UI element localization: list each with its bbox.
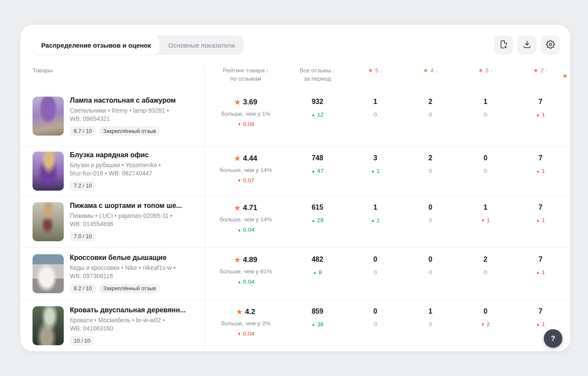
column-header-star-4[interactable]: 4↓ bbox=[403, 66, 458, 83]
star-icon bbox=[533, 67, 539, 74]
star-icon bbox=[423, 67, 428, 74]
star-icon bbox=[235, 256, 240, 263]
help-button[interactable]: ? bbox=[544, 329, 562, 348]
sort-desc-icon: ↓ bbox=[333, 67, 336, 74]
product-title: Пижама с шортами и топом ше... bbox=[70, 202, 182, 210]
top-bar: Распределение отзывов и оценок Основные … bbox=[33, 36, 560, 55]
badges: 7.2 / 10 bbox=[70, 181, 161, 191]
reviews-delta: ▲29 bbox=[311, 217, 323, 224]
analytics-card: Распределение отзывов и оценок Основные … bbox=[20, 25, 570, 351]
column-header-star-2[interactable]: 2↓ bbox=[513, 66, 568, 83]
star2-cell: 7 ▲1 bbox=[513, 86, 568, 146]
product-image bbox=[33, 97, 64, 136]
file-add-button[interactable] bbox=[494, 36, 513, 55]
settings-gear-icon bbox=[546, 40, 555, 50]
rating-compare: больше, чем у 14% bbox=[220, 167, 272, 173]
product-cell: Блузка нарядная офис Блузки и рубашки • … bbox=[20, 146, 205, 195]
reviews-cell: 932 ▲12 bbox=[287, 86, 348, 146]
table-row[interactable]: Пижама с шортами и топом ше... Пижамы • … bbox=[20, 196, 570, 248]
star-icon bbox=[478, 67, 483, 74]
reviews-total: 859 bbox=[312, 308, 323, 315]
sort-desc-icon: ↓ bbox=[490, 67, 493, 74]
score-badge: 8.2 / 10 bbox=[70, 284, 96, 293]
sort-desc-icon: ↓ bbox=[435, 67, 438, 74]
star3-cell: 2 0 bbox=[458, 248, 513, 299]
download-button[interactable] bbox=[517, 36, 536, 55]
sort-asc-icon: ↑ bbox=[266, 67, 269, 74]
star-icon bbox=[235, 98, 240, 106]
product-cell: Лампа настольная с абажуром Светильники … bbox=[20, 86, 205, 146]
product-title: Блузка нарядная офис bbox=[70, 151, 161, 159]
rating-delta: ▼0.04 bbox=[237, 331, 254, 337]
rating-cell: 4.71 больше, чем у 14% ▲0.04 bbox=[205, 196, 287, 247]
file-add-icon bbox=[499, 40, 508, 50]
star3-cell: 1 0 bbox=[458, 86, 513, 146]
rating-delta: ▲0.04 bbox=[237, 227, 254, 233]
rating-cell: 4.44 больше, чем у 14% ▼0.07 bbox=[205, 146, 287, 195]
reviews-cell: 615 ▲29 bbox=[287, 196, 348, 247]
score-badge: 7.0 / 10 bbox=[70, 232, 96, 241]
column-header-rating[interactable]: Рейтинг товара↑ по отзывам bbox=[205, 66, 287, 83]
reviews-total: 482 bbox=[312, 256, 323, 263]
product-cell: Кроссовки белые дышащие Кеды и кроссовки… bbox=[20, 248, 205, 299]
product-meta: Пижамы • LUCI • pajamas-02065-11 •WB: 01… bbox=[70, 212, 182, 228]
tab-main-indicators[interactable]: Основные показатели bbox=[160, 36, 243, 55]
column-header-star-3[interactable]: 3↓ bbox=[458, 66, 513, 83]
rating-cell: 4.89 больше, чем у 61% ▲0.04 bbox=[205, 248, 287, 299]
table-row[interactable]: Кроссовки белые дышащие Кеды и кроссовки… bbox=[20, 248, 570, 300]
tab-group: Распределение отзывов и оценок Основные … bbox=[33, 36, 244, 55]
rating-value: 4.89 bbox=[243, 256, 257, 264]
badges: 6.7 / 10 Закреплённый отзыв bbox=[70, 126, 176, 136]
rating-compare: больше, чем у 61% bbox=[220, 268, 272, 275]
rating-value: 4.2 bbox=[245, 308, 255, 316]
star-icon bbox=[235, 155, 240, 162]
sort-desc-icon: ↓ bbox=[545, 67, 548, 74]
star4-cell: 0 0 bbox=[403, 248, 458, 299]
rating-delta: ▲0.04 bbox=[237, 279, 254, 285]
star5-cell: 0 0 bbox=[348, 300, 403, 351]
reviews-cell: 859 ▲36 bbox=[287, 300, 348, 351]
settings-button[interactable] bbox=[541, 36, 560, 55]
star3-cell: 1 ▼1 bbox=[458, 196, 513, 247]
product-image bbox=[33, 306, 64, 345]
star4-cell: 0 0 bbox=[403, 196, 458, 247]
star-icon bbox=[236, 308, 242, 315]
rating-cell: 4.2 больше, чем у 2% ▼0.04 bbox=[205, 300, 287, 351]
star5-cell: 1 ▲1 bbox=[348, 196, 403, 247]
rating-value: 4.71 bbox=[243, 204, 257, 212]
reviews-delta: ▲8 bbox=[313, 269, 322, 276]
star2-cell: 7 ▲1 bbox=[513, 196, 568, 247]
score-badge: 6.7 / 10 bbox=[70, 126, 96, 136]
column-header-reviews[interactable]: Все отзывы↓ за период bbox=[287, 66, 348, 83]
rating-compare: больше, чем у 14% bbox=[220, 216, 272, 223]
reviews-total: 615 bbox=[312, 204, 323, 211]
table-row[interactable]: Блузка нарядная офис Блузки и рубашки • … bbox=[20, 146, 570, 196]
reviews-total: 932 bbox=[312, 98, 323, 106]
product-meta: Блузки и рубашки • Yosomenko •bluz-fux-0… bbox=[70, 161, 161, 178]
column-header-star-5[interactable]: 5↓ bbox=[348, 66, 403, 83]
star5-cell: 1 0 bbox=[348, 86, 403, 146]
score-badge: 10 / 10 bbox=[70, 336, 94, 346]
star-icon bbox=[368, 67, 373, 74]
table-row[interactable]: Лампа настольная с абажуром Светильники … bbox=[20, 86, 570, 146]
reviews-cell: 482 ▲8 bbox=[287, 248, 348, 299]
star4-cell: 2 0 bbox=[403, 146, 458, 195]
product-cell: Кровать двуспальная деревянн... Кровати … bbox=[20, 300, 205, 351]
star3-cell: 0 ▼2 bbox=[458, 300, 513, 351]
star3-cell: 0 0 bbox=[458, 146, 513, 195]
rating-value: 3.69 bbox=[243, 98, 257, 106]
table-header: Товары Рейтинг товара↑ по отзывам Все от… bbox=[20, 66, 570, 83]
score-badge: 7.2 / 10 bbox=[70, 181, 96, 191]
product-cell: Пижама с шортами и топом ше... Пижамы • … bbox=[20, 196, 205, 247]
rating-delta: ▼0.07 bbox=[237, 177, 254, 184]
sort-desc-icon: ↓ bbox=[380, 67, 383, 74]
table-row[interactable]: Кровать двуспальная деревянн... Кровати … bbox=[20, 300, 570, 351]
table-body: Лампа настольная с абажуром Светильники … bbox=[20, 86, 570, 351]
reviews-delta: ▲36 bbox=[311, 321, 323, 327]
badges: 8.2 / 10 Закреплённый отзыв bbox=[70, 284, 176, 293]
product-meta: Кеды и кроссовки • Nike • nikeaf1s-w •WB… bbox=[70, 264, 176, 280]
product-meta: Кровати • Мосмебель • br-w-w02 •WB: 0410… bbox=[70, 316, 186, 333]
column-header-products[interactable]: Товары bbox=[20, 66, 205, 83]
pinned-review-badge: Закреплённый отзыв bbox=[99, 126, 160, 136]
tab-reviews-distribution[interactable]: Распределение отзывов и оценок bbox=[33, 36, 160, 55]
